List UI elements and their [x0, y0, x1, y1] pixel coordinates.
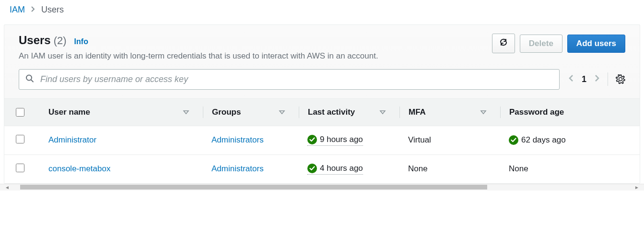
- horizontal-scrollbar[interactable]: ◄ ►: [0, 184, 644, 190]
- breadcrumb-current: Users: [41, 5, 64, 15]
- panel-title-row: Users (2) Info: [19, 34, 412, 47]
- search-input[interactable]: [19, 69, 560, 90]
- column-label: User name: [48, 107, 90, 117]
- row-checkbox[interactable]: [16, 164, 24, 172]
- sort-icon: [379, 108, 386, 116]
- page-title: Users: [19, 34, 51, 47]
- divider: [608, 72, 608, 86]
- activity-value: 9 hours ago: [307, 135, 363, 146]
- mfa-value: None: [408, 164, 428, 173]
- users-panel: Users (2) Info An IAM user is an identit…: [4, 24, 640, 184]
- activity-value: 4 hours ago: [307, 164, 363, 175]
- group-link[interactable]: Administrators: [211, 135, 264, 144]
- search-row: 1: [4, 69, 640, 98]
- user-count: (2): [54, 35, 67, 47]
- sort-icon: [279, 108, 285, 116]
- check-circle-icon: [307, 164, 317, 173]
- scroll-track: [11, 185, 633, 190]
- svg-line-1: [31, 80, 33, 82]
- refresh-button[interactable]: [492, 34, 515, 53]
- chevron-right-icon: [31, 5, 35, 15]
- column-header-groups[interactable]: Groups: [196, 98, 292, 126]
- breadcrumb: IAM Users: [0, 0, 644, 20]
- group-link[interactable]: Administrators: [211, 164, 264, 173]
- sort-icon: [183, 108, 189, 116]
- check-circle-icon: [509, 135, 518, 145]
- scroll-thumb[interactable]: [20, 185, 487, 190]
- mfa-value: Virtual: [408, 135, 431, 144]
- panel-title-area: Users (2) Info An IAM user is an identit…: [19, 34, 412, 62]
- column-header-mfa[interactable]: MFA: [393, 98, 493, 126]
- column-header-activity[interactable]: Last activity: [292, 98, 393, 126]
- add-users-button[interactable]: Add users: [567, 35, 625, 53]
- delete-button[interactable]: Delete: [520, 35, 562, 53]
- select-all-checkbox[interactable]: [16, 108, 24, 117]
- column-header-username[interactable]: User name: [33, 98, 196, 126]
- table-row: AdministratorAdministrators9 hours agoVi…: [4, 126, 640, 154]
- user-link[interactable]: Administrator: [48, 135, 96, 144]
- scroll-left-arrow: ◄: [4, 185, 11, 190]
- breadcrumb-root[interactable]: IAM: [10, 5, 25, 15]
- users-table: User name Groups: [4, 98, 640, 183]
- table-header-row: User name Groups: [4, 98, 640, 126]
- table-row: console-metaboxAdministrators4 hours ago…: [4, 154, 640, 183]
- page-number: 1: [582, 74, 586, 84]
- column-header-password[interactable]: Password age: [493, 98, 640, 126]
- column-header-checkbox: [4, 98, 33, 126]
- users-table-wrapper: User name Groups: [4, 98, 640, 183]
- refresh-icon: [499, 38, 508, 49]
- column-label: Password age: [509, 107, 564, 117]
- panel-actions: Delete Add users: [492, 34, 625, 53]
- sort-icon: [480, 108, 487, 116]
- user-link[interactable]: console-metabox: [48, 164, 110, 173]
- info-link[interactable]: Info: [74, 37, 88, 46]
- next-page-button[interactable]: [594, 74, 600, 85]
- settings-button[interactable]: [616, 74, 625, 84]
- column-label: Groups: [212, 107, 241, 117]
- panel-header: Users (2) Info An IAM user is an identit…: [4, 25, 640, 69]
- prev-page-button[interactable]: [568, 74, 574, 85]
- column-label: Last activity: [308, 107, 355, 117]
- password-age-value: None: [509, 164, 528, 174]
- pagination: 1: [568, 72, 625, 86]
- row-checkbox[interactable]: [16, 135, 24, 143]
- search-icon: [25, 74, 34, 84]
- scroll-right-arrow: ►: [633, 185, 640, 190]
- panel-description: An IAM user is an identity with long-ter…: [19, 50, 412, 62]
- password-age-value: 62 days ago: [509, 135, 566, 145]
- search-box: [19, 69, 560, 90]
- column-label: MFA: [409, 107, 426, 117]
- check-circle-icon: [307, 135, 317, 144]
- gear-icon: [616, 74, 625, 84]
